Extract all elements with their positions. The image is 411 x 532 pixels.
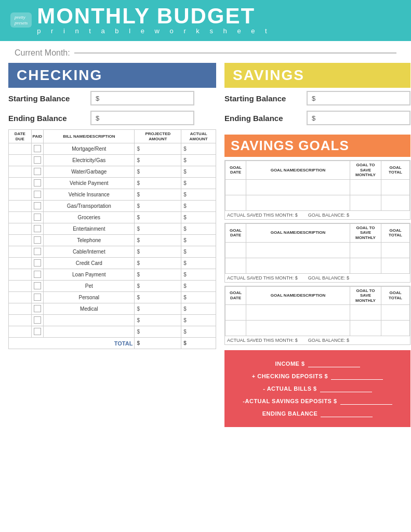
projected-cell[interactable]: $ xyxy=(135,281,181,292)
bill-row: Credit Card $ $ xyxy=(9,258,216,269)
actual-savings-input[interactable] xyxy=(340,397,392,405)
bill-row: TOTAL $ $ xyxy=(9,338,216,349)
projected-cell[interactable]: $ xyxy=(135,269,181,281)
summary-box: INCOME $ + CHECKING DEPOSITS $ - ACTUAL … xyxy=(224,350,410,427)
paid-checkbox[interactable] xyxy=(31,292,44,303)
date-due-cell[interactable] xyxy=(9,166,32,178)
header-text: MONTHLY BUDGET p r i n t a b l e w o r k… xyxy=(37,5,271,35)
projected-cell[interactable]: $ xyxy=(135,143,181,155)
actual-cell[interactable]: $ xyxy=(181,258,216,269)
goal-col-name-1: GOAL NAME/DESCRIPTION xyxy=(246,161,350,180)
col-date-due: DATEDUE xyxy=(9,130,32,143)
paid-checkbox[interactable] xyxy=(31,178,44,189)
income-line: INCOME $ xyxy=(233,357,402,370)
projected-cell[interactable]: $ xyxy=(135,201,181,212)
bill-row: Water/Garbage $ $ xyxy=(9,166,216,178)
projected-cell[interactable]: $ xyxy=(135,292,181,303)
bill-row: Personal $ $ xyxy=(9,292,216,303)
savings-starting-input[interactable]: $ xyxy=(307,91,410,105)
total-actual[interactable]: $ xyxy=(181,338,216,349)
actual-bills-input[interactable] xyxy=(320,385,372,392)
actual-cell[interactable]: $ xyxy=(181,269,216,281)
date-due-cell[interactable] xyxy=(9,281,32,292)
bill-name-cell: Vehicle Payment xyxy=(44,178,135,189)
paid-checkbox[interactable] xyxy=(31,201,44,212)
paid-checkbox[interactable] xyxy=(31,155,44,166)
paid-checkbox[interactable] xyxy=(31,303,44,315)
date-due-cell[interactable] xyxy=(9,155,32,166)
paid-checkbox[interactable] xyxy=(31,143,44,155)
projected-cell[interactable]: $ xyxy=(135,189,181,201)
bill-name-cell: Electricity/Gas xyxy=(44,155,135,166)
bill-row: Vehicle Payment $ $ xyxy=(9,178,216,189)
actual-cell[interactable]: $ xyxy=(181,315,216,326)
projected-cell[interactable]: $ xyxy=(135,178,181,189)
paid-checkbox[interactable] xyxy=(31,235,44,246)
projected-cell[interactable]: $ xyxy=(135,223,181,235)
checking-deposits-input[interactable] xyxy=(331,373,383,380)
ending-balance-input[interactable] xyxy=(321,410,373,417)
projected-cell[interactable]: $ xyxy=(135,258,181,269)
projected-cell[interactable]: $ xyxy=(135,303,181,315)
actual-cell[interactable]: $ xyxy=(181,246,216,258)
date-due-cell[interactable] xyxy=(9,235,32,246)
projected-cell[interactable]: $ xyxy=(135,155,181,166)
projected-cell[interactable]: $ xyxy=(135,326,181,338)
paid-checkbox[interactable] xyxy=(31,258,44,269)
paid-checkbox[interactable] xyxy=(31,315,44,326)
total-projected[interactable]: $ xyxy=(135,338,181,349)
date-due-cell[interactable] xyxy=(9,269,32,281)
actual-cell[interactable]: $ xyxy=(181,212,216,223)
projected-cell[interactable]: $ xyxy=(135,246,181,258)
date-due-cell[interactable] xyxy=(9,303,32,315)
projected-cell[interactable]: $ xyxy=(135,235,181,246)
date-due-cell[interactable] xyxy=(9,315,32,326)
goal-block-3: GOALDATE GOAL NAME/DESCRIPTION GOAL TO S… xyxy=(224,286,410,345)
date-due-cell[interactable] xyxy=(9,246,32,258)
projected-cell[interactable]: $ xyxy=(135,212,181,223)
date-due-cell[interactable] xyxy=(9,143,32,155)
starting-balance-input[interactable]: $ xyxy=(90,91,194,105)
actual-cell[interactable]: $ xyxy=(181,223,216,235)
actual-cell[interactable]: $ xyxy=(181,166,216,178)
date-due-cell[interactable] xyxy=(9,212,32,223)
actual-cell[interactable]: $ xyxy=(181,235,216,246)
paid-checkbox[interactable] xyxy=(31,326,44,338)
bill-name-cell: Credit Card xyxy=(44,258,135,269)
projected-cell[interactable]: $ xyxy=(135,166,181,178)
actual-cell[interactable]: $ xyxy=(181,189,216,201)
actual-cell[interactable]: $ xyxy=(181,201,216,212)
goal-row-1 xyxy=(226,179,410,195)
date-due-cell[interactable] xyxy=(9,189,32,201)
actual-cell[interactable]: $ xyxy=(181,292,216,303)
checking-deposits-line: + CHECKING DEPOSITS $ xyxy=(233,370,402,382)
date-due-cell[interactable] xyxy=(9,292,32,303)
savings-ending-input[interactable]: $ xyxy=(307,111,410,125)
ending-balance-input[interactable]: $ xyxy=(90,111,194,125)
actual-cell[interactable]: $ xyxy=(181,303,216,315)
actual-cell[interactable]: $ xyxy=(181,143,216,155)
actual-cell[interactable]: $ xyxy=(181,281,216,292)
paid-checkbox[interactable] xyxy=(31,281,44,292)
paid-checkbox[interactable] xyxy=(31,166,44,178)
paid-checkbox[interactable] xyxy=(31,223,44,235)
actual-cell[interactable]: $ xyxy=(181,178,216,189)
date-due-cell[interactable] xyxy=(9,223,32,235)
current-month-input-line[interactable] xyxy=(74,52,396,54)
goal-table-1: GOALDATE GOAL NAME/DESCRIPTION GOAL TO S… xyxy=(225,161,410,211)
paid-checkbox[interactable] xyxy=(31,189,44,201)
bill-name-cell: Cable/Internet xyxy=(44,246,135,258)
goal-footer-2: ACTUAL SAVED THIS MONTH: $ GOAL BALANCE:… xyxy=(225,274,410,282)
date-due-cell[interactable] xyxy=(9,201,32,212)
actual-cell[interactable]: $ xyxy=(181,326,216,338)
projected-cell[interactable]: $ xyxy=(135,315,181,326)
date-due-cell[interactable] xyxy=(9,178,32,189)
paid-checkbox[interactable] xyxy=(31,212,44,223)
date-due-cell[interactable] xyxy=(9,326,32,338)
date-due-cell[interactable] xyxy=(9,258,32,269)
actual-cell[interactable]: $ xyxy=(181,155,216,166)
goal-block-2: GOALDATE GOAL NAME/DESCRIPTION GOAL TO S… xyxy=(224,223,410,283)
paid-checkbox[interactable] xyxy=(31,269,44,281)
paid-checkbox[interactable] xyxy=(31,246,44,258)
income-input[interactable] xyxy=(308,360,360,367)
